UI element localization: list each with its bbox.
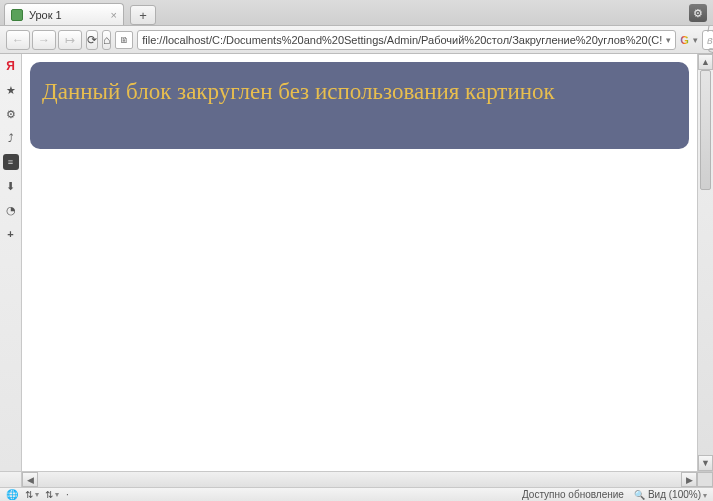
status-separator: ·	[66, 489, 69, 500]
nav-group-history: ← → ↦	[6, 30, 82, 50]
browser-menu-button[interactable]: ⚙	[689, 4, 707, 22]
engine-dropdown-icon[interactable]: ▾	[693, 35, 698, 45]
forward-end-button[interactable]: ↦	[58, 30, 82, 50]
url-bar[interactable]: file://localhost/C:/Documents%20and%20Se…	[137, 30, 676, 50]
globe-icon[interactable]: 🌐	[6, 489, 18, 501]
arrow-left-icon: ←	[12, 33, 24, 47]
sidebar-item-downloads[interactable]	[3, 178, 19, 194]
rounded-demo-box: Данный блок закруглен без использования …	[30, 62, 689, 149]
home-button[interactable]: ⌂	[102, 30, 111, 50]
scroll-left-button[interactable]: ◀	[22, 472, 38, 487]
reload-button[interactable]: ⟳	[86, 30, 98, 50]
status-right: Доступно обновление Вид (100%)	[522, 489, 707, 500]
new-tab-button[interactable]: +	[130, 5, 156, 25]
reload-icon: ⟳	[87, 33, 97, 47]
sidebar-spacer	[0, 472, 22, 487]
sidebar-item-yandex[interactable]: Я	[3, 58, 19, 74]
sidebar-item-history[interactable]	[3, 202, 19, 218]
sidebar-item-notes[interactable]: ≡	[3, 154, 19, 170]
scroll-corner	[697, 472, 713, 487]
forward-button[interactable]: →	[32, 30, 56, 50]
rounded-box-text: Данный блок закруглен без использования …	[42, 79, 555, 104]
sidebar-item-favorites[interactable]	[3, 82, 19, 98]
tab-favicon	[11, 9, 23, 21]
sidebar-item-share[interactable]	[3, 130, 19, 146]
page-viewport: Данный блок закруглен без использования …	[22, 54, 697, 471]
update-available-text[interactable]: Доступно обновление	[522, 489, 624, 500]
nav-toolbar: ← → ↦ ⟳ ⌂ 🗎 file://localhost/C:/Document…	[0, 26, 713, 54]
arrow-right-icon: →	[38, 33, 50, 47]
vertical-scrollbar[interactable]: ▲ ▼	[697, 54, 713, 471]
url-dropdown-icon[interactable]: ▾	[666, 35, 671, 45]
tab-title: Урок 1	[29, 9, 62, 21]
gear-icon: ⚙	[693, 7, 703, 20]
search-input[interactable]: Поиск в QIP Search	[702, 30, 713, 50]
scroll-up-button[interactable]: ▲	[698, 54, 713, 70]
arrow-bar-right-icon: ↦	[65, 33, 75, 47]
network1-icon[interactable]: ⇅	[26, 489, 38, 501]
scroll-track-horizontal[interactable]	[60, 472, 681, 487]
horizontal-scrollbar[interactable]: ◀ ▶	[0, 471, 713, 487]
zoom-icon	[634, 489, 645, 500]
zoom-control[interactable]: Вид (100%)	[634, 489, 707, 500]
tab-close-icon[interactable]: ×	[111, 9, 117, 21]
zoom-label: Вид (100%)	[648, 489, 707, 500]
home-icon: ⌂	[103, 33, 110, 47]
status-left: 🌐 ⇅ ⇅ ·	[6, 489, 69, 501]
url-wrap: 🗎 file://localhost/C:/Documents%20and%20…	[115, 30, 676, 50]
client-area: Я ≡ Данный блок закруглен без использова…	[0, 54, 713, 471]
status-bar: 🌐 ⇅ ⇅ · Доступно обновление Вид (100%)	[0, 487, 713, 501]
left-sidebar: Я ≡	[0, 54, 22, 471]
tab-strip: Урок 1 × + ⚙	[0, 0, 713, 26]
url-text: file://localhost/C:/Documents%20and%20Se…	[142, 34, 662, 46]
scroll-right-button[interactable]: ▶	[681, 472, 697, 487]
scroll-thumb-vertical[interactable]	[700, 70, 711, 190]
tab-active[interactable]: Урок 1 ×	[4, 3, 124, 25]
google-icon: G	[680, 34, 689, 46]
search-placeholder: Поиск в QIP Search	[707, 22, 713, 58]
network2-icon[interactable]: ⇅	[46, 489, 58, 501]
search-engine-picker[interactable]: G	[680, 31, 689, 49]
sidebar-item-settings[interactable]	[3, 106, 19, 122]
protocol-badge[interactable]: 🗎	[115, 31, 133, 49]
back-button[interactable]: ←	[6, 30, 30, 50]
file-icon: 🗎	[120, 35, 129, 45]
scroll-down-button[interactable]: ▼	[698, 455, 713, 471]
sidebar-item-add[interactable]	[3, 226, 19, 242]
